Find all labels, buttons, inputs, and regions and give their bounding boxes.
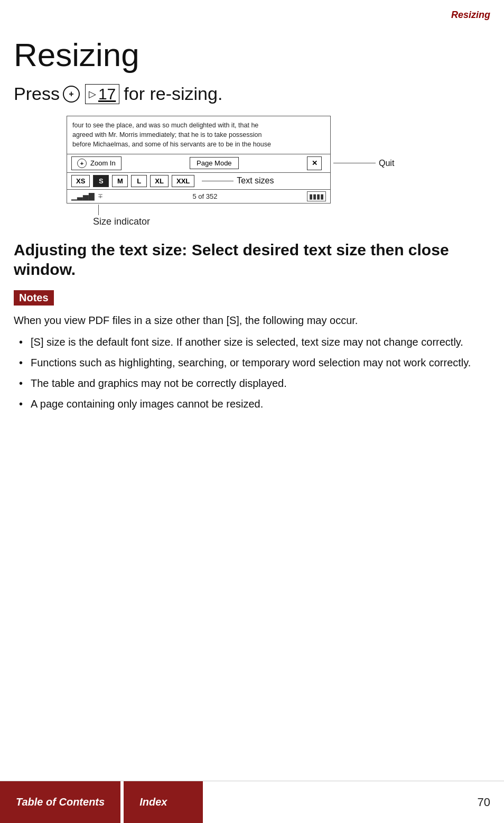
adjusting-text: Adjusting the text size: Select desired … <box>14 240 490 280</box>
index-button[interactable]: Index <box>124 781 203 823</box>
list-item: [S] size is the default font size. If an… <box>18 335 490 350</box>
notes-intro-text: When you view PDF files in a size other … <box>14 313 490 328</box>
zoom-small-icon: + <box>77 159 87 168</box>
diagram-container: four to see the place, and was so much d… <box>14 116 490 227</box>
bullet-list: [S] size is the default font size. If an… <box>18 335 490 412</box>
preview-line-2: agreed with Mr. Morris immediately; that… <box>72 130 325 140</box>
diagram-text-preview: four to see the place, and was so much d… <box>67 116 330 154</box>
diagram-box-wrapper: four to see the place, and was so much d… <box>67 116 490 227</box>
list-item: The table and graphics may not be correc… <box>18 376 490 391</box>
diagram-box: four to see the place, and was so much d… <box>67 116 331 203</box>
zoom-in-button[interactable]: + Zoom In <box>71 156 122 170</box>
size-m-button[interactable]: M <box>112 175 128 187</box>
size-s-button[interactable]: S <box>93 175 109 187</box>
status-page-count: 5 of 352 <box>106 192 304 200</box>
page-ref-arrow-icon: ▷ <box>89 88 96 100</box>
notes-badge: Notes <box>14 290 54 306</box>
status-s-indicator: ∓ <box>98 192 103 200</box>
size-indicator-label: Size indicator <box>93 216 490 227</box>
text-sizes-callout: Text sizes <box>234 176 274 186</box>
press-text-after: for re-sizing. <box>124 84 222 104</box>
list-item: A page containing only images cannot be … <box>18 396 490 412</box>
zoom-in-label: Zoom In <box>90 159 116 167</box>
table-of-contents-button[interactable]: Table of Contents <box>0 781 120 823</box>
page-ref-box: ▷ 17 <box>85 84 119 104</box>
size-xl-button[interactable]: XL <box>150 175 169 187</box>
press-text-before: Press <box>14 84 60 104</box>
page-number: 70 <box>478 796 490 809</box>
size-xs-button[interactable]: XS <box>71 175 90 187</box>
page-mode-button[interactable]: Page Mode <box>190 157 239 169</box>
page-ref-number[interactable]: 17 <box>98 85 116 103</box>
preview-line-3: before Michaelmas, and some of his serva… <box>72 140 325 149</box>
zoom-plus-icon <box>63 86 80 103</box>
size-l-button[interactable]: L <box>131 175 147 187</box>
press-line: Press ▷ 17 for re-sizing. <box>14 84 490 104</box>
page-title: Resizing <box>14 37 490 73</box>
size-xxl-button[interactable]: XXL <box>172 175 194 187</box>
list-item: Functions such as highlighting, searchin… <box>18 355 490 371</box>
diagram-toolbar: + Zoom In Page Mode ✕ Quit <box>67 154 330 173</box>
preview-line-1: four to see the place, and was so much d… <box>72 121 325 130</box>
signal-icon: ▁▃▅▇ <box>71 192 95 200</box>
battery-icon: ▮▮▮▮ <box>307 191 326 201</box>
close-x-button[interactable]: ✕ <box>307 156 322 170</box>
bottom-nav: Table of Contents Index <box>0 781 504 823</box>
quit-callout: Quit <box>376 159 394 168</box>
diagram-sizes-row: XS S M L XL XXL Text sizes <box>67 173 330 190</box>
diagram-statusbar: ▁▃▅▇ ∓ 5 of 352 ▮▮▮▮ <box>67 190 330 203</box>
page-header-label: Resizing <box>451 10 490 21</box>
